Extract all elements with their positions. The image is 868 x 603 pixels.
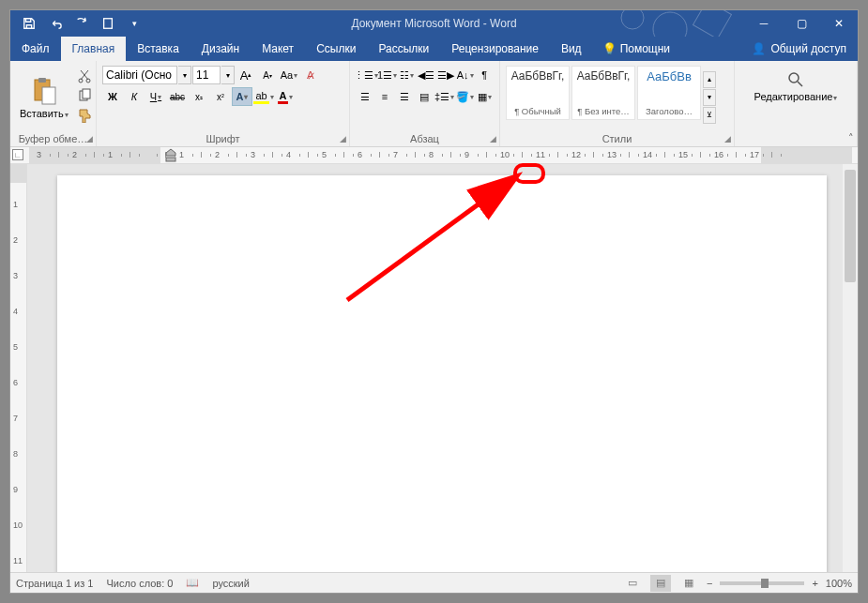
show-marks-button[interactable]: ¶ <box>475 66 494 84</box>
page[interactable] <box>57 175 827 572</box>
justify-button[interactable]: ▤ <box>415 87 434 106</box>
style-preview-text: АаБбВвГг, <box>577 69 631 83</box>
tab-insert[interactable]: Вставка <box>126 37 190 61</box>
undo-icon[interactable] <box>42 10 69 37</box>
align-center-button[interactable]: ≡ <box>375 87 394 106</box>
save-icon[interactable] <box>16 10 42 37</box>
styles-expand[interactable]: ⊻ <box>703 107 716 124</box>
tab-review[interactable]: Рецензирование <box>440 37 550 61</box>
tab-home[interactable]: Главная <box>61 37 127 61</box>
read-mode-button[interactable]: ▭ <box>622 575 643 592</box>
text-effects-button[interactable]: A <box>232 87 252 106</box>
bullets-button[interactable]: ⋮☰ <box>356 66 376 84</box>
font-launcher-icon[interactable]: ◢ <box>340 134 346 143</box>
style-heading1[interactable]: АаБбВв Заголово… <box>637 66 701 120</box>
zoom-in-button[interactable]: + <box>812 578 817 589</box>
font-size-input[interactable] <box>192 66 221 84</box>
sort-button[interactable]: A↓ <box>456 66 475 84</box>
styles-scroll-up[interactable]: ▴ <box>703 71 716 88</box>
vertical-scrollbar[interactable] <box>843 164 858 572</box>
scrollbar-thumb[interactable] <box>845 170 856 282</box>
tab-view[interactable]: Вид <box>550 37 593 61</box>
new-doc-icon[interactable] <box>95 10 121 37</box>
svg-rect-13 <box>166 158 175 161</box>
word-count[interactable]: Число слов: 0 <box>106 578 173 589</box>
shading-button[interactable]: 🪣 <box>455 87 474 106</box>
tell-me[interactable]: 💡Помощни <box>593 37 679 61</box>
styles-launcher-icon[interactable]: ◢ <box>724 134 731 143</box>
align-right-button[interactable]: ☰ <box>395 87 414 106</box>
tab-layout[interactable]: Макет <box>251 37 305 61</box>
svg-point-1 <box>621 10 644 29</box>
horizontal-ruler[interactable]: ∟ 3211234567891011121314151617 <box>10 147 858 164</box>
line-spacing-button[interactable]: ‡☰ <box>434 87 454 106</box>
paste-button[interactable]: Вставить <box>14 63 74 131</box>
group-editing-label <box>739 131 853 146</box>
paragraph-launcher-icon[interactable]: ◢ <box>490 134 496 143</box>
style-preview-text: АаБбВвГг, <box>511 69 565 83</box>
svg-rect-5 <box>38 78 46 83</box>
group-font-label: Шрифт <box>100 131 345 146</box>
zoom-out-button[interactable]: − <box>707 578 712 589</box>
qat-customize-icon[interactable]: ▾ <box>121 10 147 37</box>
strikethrough-button[interactable]: abc <box>167 87 188 106</box>
svg-rect-3 <box>693 10 732 37</box>
window-title: Документ Microsoft Word - Word <box>351 17 516 30</box>
web-layout-button[interactable]: ▦ <box>678 575 699 592</box>
underline-button[interactable]: Ч <box>145 87 166 106</box>
zoom-slider[interactable] <box>720 581 804 585</box>
shrink-font-button[interactable]: A▾ <box>257 66 278 84</box>
paste-icon <box>29 76 59 106</box>
increase-indent-button[interactable]: ☰▶ <box>436 66 455 84</box>
format-painter-button[interactable] <box>74 106 95 125</box>
multilevel-button[interactable]: ☷ <box>398 66 417 84</box>
cut-button[interactable] <box>74 67 95 85</box>
redo-icon[interactable] <box>69 10 95 37</box>
print-layout-button[interactable]: ▤ <box>650 575 671 592</box>
highlight-button[interactable]: ab <box>253 87 274 106</box>
share-button[interactable]: 👤Общий доступ <box>740 37 858 61</box>
change-case-button[interactable]: Aa <box>279 66 299 84</box>
font-name-input[interactable] <box>102 66 177 84</box>
page-indicator[interactable]: Страница 1 из 1 <box>16 578 93 589</box>
font-color-button[interactable]: A <box>275 87 296 106</box>
tab-selector[interactable]: ∟ <box>12 149 23 160</box>
superscript-button[interactable]: x² <box>210 87 231 106</box>
editing-label: Редактирование <box>754 91 838 102</box>
svg-point-2 <box>653 12 687 37</box>
zoom-thumb[interactable] <box>761 579 769 588</box>
align-left-button[interactable]: ☰ <box>356 87 374 106</box>
tab-design[interactable]: Дизайн <box>190 37 251 61</box>
decrease-indent-button[interactable]: ◀☰ <box>418 66 436 84</box>
clear-formatting-button[interactable]: A̷ <box>300 66 321 84</box>
styles-scroll-down[interactable]: ▾ <box>703 89 716 106</box>
svg-rect-6 <box>42 87 55 104</box>
font-name-dropdown[interactable]: ▾ <box>178 66 191 84</box>
group-clipboard-label: Буфер обме… <box>14 131 92 146</box>
clipboard-launcher-icon[interactable]: ◢ <box>86 134 93 143</box>
vertical-ruler[interactable]: 123456789101112 <box>10 164 27 572</box>
minimize-button[interactable]: ─ <box>745 10 783 37</box>
numbering-button[interactable]: 1☰ <box>377 66 397 84</box>
subscript-button[interactable]: x₂ <box>189 87 209 106</box>
borders-button[interactable]: ▦ <box>475 87 494 106</box>
find-button[interactable]: Редактирование <box>749 68 844 104</box>
tab-mailings[interactable]: Рассылки <box>367 37 440 61</box>
share-icon: 👤 <box>752 42 766 55</box>
grow-font-button[interactable]: A▴ <box>236 66 256 84</box>
maximize-button[interactable]: ▢ <box>783 10 820 37</box>
tab-file[interactable]: Файл <box>10 37 61 61</box>
spellcheck-icon[interactable]: 📖 <box>186 577 199 589</box>
zoom-level[interactable]: 100% <box>826 578 852 589</box>
italic-button[interactable]: К <box>124 87 145 106</box>
tab-references[interactable]: Ссылки <box>305 37 367 61</box>
style-no-spacing[interactable]: АаБбВвГг, ¶ Без инте… <box>571 66 635 120</box>
paste-label: Вставить <box>20 108 69 119</box>
font-size-dropdown[interactable]: ▾ <box>221 66 235 84</box>
bold-button[interactable]: Ж <box>102 87 123 106</box>
style-normal[interactable]: АаБбВвГг, ¶ Обычный <box>506 66 570 120</box>
collapse-ribbon-icon[interactable]: ˄ <box>848 132 854 144</box>
close-button[interactable]: ✕ <box>820 10 858 37</box>
copy-button[interactable] <box>74 86 95 105</box>
language-indicator[interactable]: русский <box>212 578 249 589</box>
